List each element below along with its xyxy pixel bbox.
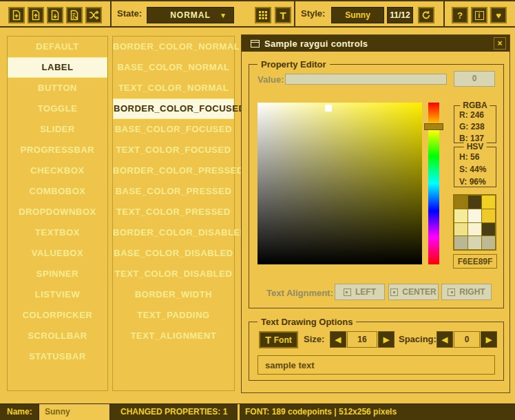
toggle-table-view-button[interactable]: [255, 7, 271, 23]
control-item-label[interactable]: LABEL: [8, 57, 107, 78]
color-picker-panel[interactable]: [258, 103, 422, 264]
value-slider[interactable]: [285, 74, 447, 85]
hue-bar[interactable]: [428, 103, 439, 264]
reload-style-button[interactable]: [418, 7, 434, 23]
heart-icon: ♥: [496, 10, 501, 21]
hex-color-textbox[interactable]: F6EE89F: [453, 254, 497, 269]
palette-color-swatch[interactable]: [454, 223, 467, 236]
style-counter-badge: 11/12: [387, 7, 413, 23]
font-settings-button[interactable]: T: [275, 7, 291, 23]
close-icon[interactable]: ×: [494, 37, 506, 50]
control-item-valuebox[interactable]: VALUEBOX: [8, 243, 107, 264]
chevron-left-icon: ◀: [335, 335, 341, 344]
size-label: Size:: [304, 331, 324, 348]
align-right-button[interactable]: RIGHT: [441, 284, 492, 300]
control-item-scrollbar[interactable]: SCROLLBAR: [8, 326, 107, 346]
control-item-colorpicker[interactable]: COLORPICKER: [8, 305, 107, 326]
size-decrease-button[interactable]: ◀: [330, 331, 346, 348]
property-item-text_alignment[interactable]: TEXT_ALIGNMENT: [113, 326, 234, 346]
property-item-border_color_focused[interactable]: BORDER_COLOR_FOCUSED: [113, 98, 234, 119]
property-item-border_color_pressed[interactable]: BORDER_COLOR_PRESSED: [113, 160, 234, 181]
size-increase-button[interactable]: ▶: [378, 331, 395, 348]
style-name-button[interactable]: Sunny: [331, 7, 384, 23]
state-dropdown-value: NORMAL: [170, 10, 211, 20]
about-button[interactable]: i: [471, 7, 487, 23]
align-center-button[interactable]: CENTER: [388, 284, 439, 300]
text-alignment-label: Text Alignment:: [266, 288, 333, 298]
align-left-button[interactable]: LEFT: [335, 284, 385, 300]
palette-color-swatch[interactable]: [482, 196, 495, 209]
spacing-increase-button[interactable]: ▶: [481, 331, 497, 348]
control-item-listview[interactable]: LISTVIEW: [8, 284, 107, 305]
palette-color-swatch[interactable]: [454, 196, 467, 209]
property-item-base_color_disabled[interactable]: BASE_COLOR_DISABLED: [113, 243, 234, 264]
style-color-palette: [453, 194, 496, 251]
palette-color-swatch[interactable]: [454, 236, 467, 249]
color-picker-cursor[interactable]: [325, 105, 332, 112]
property-item-border_color_normal[interactable]: BORDER_COLOR_NORMAL: [113, 36, 234, 57]
control-item-progressbar[interactable]: PROGRESSBAR: [8, 140, 107, 160]
randomize-style-button[interactable]: [85, 7, 102, 23]
palette-color-swatch[interactable]: [468, 223, 481, 236]
property-item-border_width[interactable]: BORDER_WIDTH: [113, 284, 234, 305]
changed-properties-status: CHANGED PROPERTIES: 1: [120, 404, 227, 420]
control-item-button[interactable]: BUTTON: [8, 78, 107, 98]
hue-slider-handle[interactable]: [424, 123, 443, 130]
load-font-button[interactable]: T Font: [259, 331, 298, 348]
window-titlebar[interactable]: Sample raygui controls ×: [242, 35, 509, 52]
new-file-button[interactable]: [8, 7, 25, 23]
shuffle-icon: [88, 10, 99, 21]
control-item-spinner[interactable]: SPINNER: [8, 264, 107, 284]
palette-color-swatch[interactable]: [482, 236, 495, 249]
hsv-h-value: H: 56: [454, 152, 496, 162]
value-valuebox[interactable]: 0: [454, 71, 495, 87]
sponsor-button[interactable]: ♥: [490, 7, 507, 23]
spacing-decrease-button[interactable]: ◀: [437, 331, 453, 348]
control-item-slider[interactable]: SLIDER: [8, 119, 107, 140]
style-name-textbox[interactable]: Sunny: [39, 404, 110, 420]
property-item-border_color_disabled[interactable]: BORDER_COLOR_DISABLED: [113, 222, 234, 243]
control-item-toggle[interactable]: TOGGLE: [8, 98, 107, 119]
palette-color-swatch[interactable]: [468, 236, 481, 249]
spacing-valuebox[interactable]: 0: [454, 331, 480, 348]
save-file-button[interactable]: [47, 7, 63, 23]
help-button[interactable]: ?: [452, 7, 468, 23]
open-file-icon: [30, 10, 41, 21]
control-item-statusbar[interactable]: STATUSBAR: [8, 346, 107, 367]
align-button-label: RIGHT: [459, 287, 485, 297]
style-name: Sunny: [345, 10, 370, 20]
property-item-base_color_pressed[interactable]: BASE_COLOR_PRESSED: [113, 181, 234, 202]
control-item-combobox[interactable]: COMBOBOX: [8, 181, 107, 202]
toolbar-separator: [443, 1, 445, 26]
chevron-left-icon: ◀: [442, 335, 448, 344]
control-item-checkbox[interactable]: CHECKBOX: [8, 160, 107, 181]
property-item-base_color_focused[interactable]: BASE_COLOR_FOCUSED: [113, 119, 234, 140]
property-item-base_color_normal[interactable]: BASE_COLOR_NORMAL: [113, 57, 234, 78]
export-file-button[interactable]: [66, 7, 83, 23]
property-item-text_padding[interactable]: TEXT_PADDING: [113, 305, 234, 326]
property-item-text_color_normal[interactable]: TEXT_COLOR_NORMAL: [113, 78, 234, 98]
control-item-default[interactable]: DEFAULT: [8, 36, 107, 57]
palette-color-swatch[interactable]: [454, 209, 467, 222]
window-icon: [251, 40, 260, 48]
open-file-button[interactable]: [28, 7, 44, 23]
chevron-right-icon: ▶: [383, 335, 389, 344]
refresh-icon: [421, 10, 431, 20]
spacing-label: Spacing:: [399, 331, 437, 348]
control-item-dropdownbox[interactable]: DROPDOWNBOX: [8, 202, 107, 222]
sample-text-textbox[interactable]: sample text: [258, 355, 495, 375]
property-item-text_color_disabled[interactable]: TEXT_COLOR_DISABLED: [113, 264, 234, 284]
palette-color-swatch[interactable]: [482, 223, 495, 236]
palette-color-swatch[interactable]: [468, 209, 481, 222]
property-item-text_color_focused[interactable]: TEXT_COLOR_FOCUSED: [113, 140, 234, 160]
palette-color-swatch[interactable]: [468, 196, 481, 209]
palette-color-swatch[interactable]: [482, 209, 495, 222]
control-item-textbox[interactable]: TEXTBOX: [8, 222, 107, 243]
property-item-text_color_pressed[interactable]: TEXT_COLOR_PRESSED: [113, 202, 234, 222]
text-icon: T: [280, 10, 286, 21]
hsv-s-value: S: 44%: [454, 165, 496, 174]
state-dropdown[interactable]: NORMAL ▼: [147, 7, 234, 23]
font-T-icon: T: [265, 335, 271, 346]
rgba-groupbox: RGBA R: 246 G: 238 B: 137: [454, 105, 496, 143]
size-valuebox[interactable]: 16: [347, 331, 377, 348]
